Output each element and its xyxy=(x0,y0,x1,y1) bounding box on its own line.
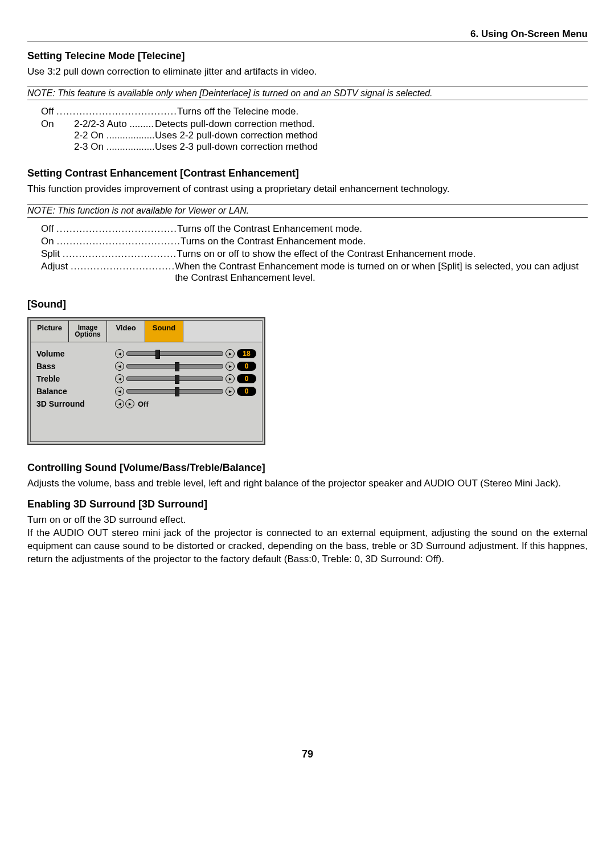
list-item: Off ....................................… xyxy=(41,106,588,117)
term-label: Off xyxy=(41,223,54,234)
arrow-right-icon[interactable]: ▸ xyxy=(125,399,134,408)
arrow-left-icon[interactable]: ◂ xyxy=(115,362,124,371)
treble-label: Treble xyxy=(36,374,115,383)
volume-slider[interactable] xyxy=(126,351,223,356)
chapter-heading: 6. Using On-Screen Menu xyxy=(27,28,588,42)
telecine-note: NOTE: This feature is available only whe… xyxy=(27,87,588,100)
list-item: 2-2 On .................. Uses 2-2 pull-… xyxy=(74,130,588,141)
term-desc: Turns on the Contrast Enhancement mode. xyxy=(181,236,588,247)
list-item: Adjust ................................ … xyxy=(41,261,588,284)
list-item: 2-3 On .................. Uses 2-3 pull-… xyxy=(74,141,588,153)
tab-picture[interactable]: Picture xyxy=(31,321,69,342)
term-desc: Uses 2-2 pull-down correction method xyxy=(155,130,588,141)
ctrlsound-desc: Adjusts the volume, bass and treble leve… xyxy=(27,477,588,490)
volume-label: Volume xyxy=(36,349,115,358)
contrast-title: Setting Contrast Enhancement [Contrast E… xyxy=(27,167,588,179)
telecine-list: Off ....................................… xyxy=(41,106,588,153)
list-item: Off ....................................… xyxy=(41,223,588,235)
term-desc: Uses 2-3 pull-down correction method xyxy=(155,141,588,153)
term-label: Off xyxy=(41,106,54,117)
term-label: On xyxy=(41,118,74,153)
surround-value: Off xyxy=(138,400,149,408)
dots: ................................... xyxy=(63,248,177,259)
balance-label: Balance xyxy=(36,387,115,396)
arrow-right-icon[interactable]: ▸ xyxy=(226,349,235,358)
sub-label: 2-2 On xyxy=(74,130,104,141)
contrast-list: Off ....................................… xyxy=(41,223,588,284)
sub-label: 2-3 On xyxy=(74,141,104,152)
sub-label: 2-2/2-3 Auto xyxy=(74,118,127,129)
tab-bar: Picture Image Options Video Sound xyxy=(31,321,262,342)
telecine-title: Setting Telecine Mode [Telecine] xyxy=(27,50,588,62)
tab-video[interactable]: Video xyxy=(107,321,145,342)
arrow-right-icon[interactable]: ▸ xyxy=(226,362,235,371)
term-label: Split xyxy=(41,248,60,259)
list-item: Split ..................................… xyxy=(41,248,588,260)
surround-row: 3D Surround ◂▸ Off xyxy=(36,398,256,410)
term-desc: Turns on or off to show the effect of th… xyxy=(177,248,588,260)
surround-label: 3D Surround xyxy=(36,399,115,408)
arrow-left-icon[interactable]: ◂ xyxy=(115,349,124,358)
balance-slider[interactable] xyxy=(126,389,223,394)
contrast-note: NOTE: This function is not available for… xyxy=(27,204,588,218)
dots: .................. xyxy=(106,130,155,141)
arrow-right-icon[interactable]: ▸ xyxy=(226,387,235,396)
tab-sound[interactable]: Sound xyxy=(145,321,183,342)
dots: ................................ xyxy=(71,261,175,272)
sound-heading: [Sound] xyxy=(27,298,588,310)
bass-slider[interactable] xyxy=(126,364,223,369)
term-desc: Detects pull-down correction method. xyxy=(155,118,588,130)
dots: ..................................... xyxy=(56,106,177,117)
contrast-desc: This function provides improvement of co… xyxy=(27,183,588,196)
term-label: Adjust xyxy=(41,261,68,272)
osd-screenshot: Picture Image Options Video Sound Volume… xyxy=(27,317,265,445)
term-desc: Turns off the Telecine mode. xyxy=(177,106,588,117)
treble-value: 0 xyxy=(237,374,256,383)
surround-line1: Turn on or off the 3D surround effect. xyxy=(27,514,588,527)
term-desc: When the Contrast Enhancement mode is tu… xyxy=(175,261,588,284)
treble-row: Treble ◂ ▸ 0 xyxy=(36,373,256,384)
arrow-right-icon[interactable]: ▸ xyxy=(226,374,235,383)
ctrlsound-title: Controlling Sound [Volume/Bass/Treble/Ba… xyxy=(27,462,588,474)
treble-slider[interactable] xyxy=(126,376,223,381)
arrow-left-icon[interactable]: ◂ xyxy=(115,399,124,408)
dots: ...................................... xyxy=(56,236,180,247)
page-number: 79 xyxy=(27,748,588,760)
dots: ......... xyxy=(129,118,154,129)
arrow-left-icon[interactable]: ◂ xyxy=(115,387,124,396)
term-desc: Turns off the Contrast Enhancement mode. xyxy=(177,223,588,235)
list-item: On 2-2/2-3 Auto ......... Detects pull-d… xyxy=(41,118,588,153)
tab-image-options[interactable]: Image Options xyxy=(69,321,107,342)
balance-row: Balance ◂ ▸ 0 xyxy=(36,386,256,397)
bass-label: Bass xyxy=(36,362,115,371)
bass-row: Bass ◂ ▸ 0 xyxy=(36,361,256,372)
volume-row: Volume ◂ ▸ 18 xyxy=(36,348,256,359)
arrow-left-icon[interactable]: ◂ xyxy=(115,374,124,383)
dots: ..................................... xyxy=(56,223,177,234)
list-item: On .....................................… xyxy=(41,236,588,247)
dots: .................. xyxy=(106,141,155,152)
term-label: On xyxy=(41,236,54,247)
surround-title: Enabling 3D Surround [3D Surround] xyxy=(27,498,588,510)
list-item: 2-2/2-3 Auto ......... Detects pull-down… xyxy=(74,118,588,130)
telecine-desc: Use 3:2 pull down correction to eliminat… xyxy=(27,65,588,79)
balance-value: 0 xyxy=(237,387,256,396)
volume-value: 18 xyxy=(237,349,256,358)
surround-body: If the AUDIO OUT stereo mini jack of the… xyxy=(27,527,588,566)
bass-value: 0 xyxy=(237,362,256,371)
